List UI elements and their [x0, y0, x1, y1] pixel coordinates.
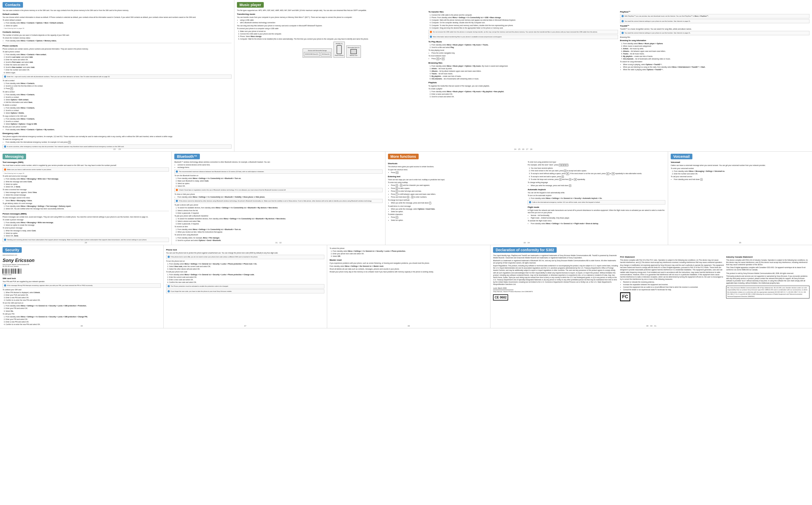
printed-in: Printed in XXXX [3, 274, 161, 276]
declaration-title: Declaration of conformity for S302 [493, 247, 557, 253]
row-3: Security www.sonyericsson.com Sony Erics… [0, 245, 812, 328]
music-page27-28: PlayNow™ i With PlayNow™ you can preview… [620, 9, 809, 98]
declaration-header: Declaration of conformity for S302 [493, 247, 809, 253]
phone-lock-panel: Phone lock You can use the phone lock to… [163, 245, 327, 328]
voicemail-header: Voicemail [671, 154, 809, 159]
page-num-33-34: 33 34 [524, 241, 530, 244]
bluetooth-header: Bluetooth™ [174, 154, 382, 159]
security-header: Security [3, 247, 161, 253]
sim-lock-panel: Security www.sonyericsson.com Sony Erics… [0, 245, 163, 328]
more-functions-content: Shortcuts The shortcut menu gives you qu… [388, 161, 666, 225]
diagram-area: Devices with Removable Storage DVD/CD-RW… [237, 42, 426, 58]
ce-mark: CE 0682 [493, 294, 508, 301]
sim-lock-content: www.sonyericsson.com Sony Ericsson Sony … [3, 254, 161, 326]
phone-lock-content: Phone lock You can use the phone lock to… [166, 248, 324, 293]
more-functions-panel: More functions Shortcuts The shortcut me… [385, 152, 668, 245]
messaging-panel: Messaging Text messages (SMS) You must h… [0, 152, 172, 245]
default-contacts-heading: Default contacts [3, 13, 232, 16]
page-num-24-28: 24 25 26 27 28 [514, 148, 532, 150]
phone-diagram: PHONE (F:) Phone memory [334, 42, 345, 58]
device-diagram: Devices with Removable Storage DVD/CD-RW… [303, 48, 332, 58]
more-functions-title: More functions [388, 154, 419, 159]
messaging-content: Text messages (SMS) You must have a serv… [3, 161, 169, 242]
warning-box: ! Do not remove the USB cable from the p… [428, 30, 618, 34]
sony-ericsson-logo-area: Sony Ericsson Sony Ericsson Mobile Commu… [3, 258, 161, 268]
security-title: Security [3, 247, 22, 253]
voicemail-panel: Voicemail Voicemail Callers can leave a … [668, 152, 812, 245]
page-num-29: 29 [85, 241, 87, 244]
music-player-panel: Music player The file types supported ar… [234, 0, 812, 151]
barcode-area: Printed in XXXX [3, 269, 161, 276]
contacts-header: Contacts [3, 2, 232, 8]
master-reset-panel: To unlock the phone From standby select … [327, 245, 491, 328]
page-num-37: 37 [244, 325, 246, 327]
music-page24: The file types supported are: MP3, MP4, … [237, 9, 426, 98]
contacts-panel: Contacts You can save contacts in the ph… [0, 0, 234, 151]
emergency-calls-heading: Emergency calls [3, 132, 232, 135]
more-functions-header: More functions [388, 154, 666, 159]
row-1: Contacts You can save contacts in the ph… [0, 0, 812, 152]
bluetooth-content: Bluetooth™ wireless technology allows wi… [174, 161, 382, 241]
info-box: i More information about transferring fi… [428, 35, 618, 39]
music-title: Music player [237, 2, 264, 8]
sony-logo: Sony Ericsson [3, 258, 161, 264]
memory-card-diagram: Removable Disk (G:) Memory card [346, 45, 361, 58]
declaration-content-row: The Liquid Identity logo, PlayNow and Tr… [493, 254, 809, 302]
note-box-1: i Enter the + sign and country code with… [3, 74, 232, 78]
master-reset-content: To unlock the phone From standby select … [330, 247, 488, 273]
fcc-logo: FC [620, 292, 630, 301]
page-container: Contacts You can save contacts in the ph… [0, 0, 812, 328]
phone-contacts-heading: Phone contacts [3, 44, 232, 47]
page-num-36: 36 [81, 325, 83, 327]
contacts-content: You can save contacts in the phone memor… [3, 9, 232, 149]
bluetooth-panel: Bluetooth™ Bluetooth™ wireless technolog… [172, 152, 385, 245]
bluetooth-title: Bluetooth™ [174, 154, 200, 159]
page-num-39-41: 39 40 41 [646, 325, 656, 327]
music-page25-26: To transfer files Connect the USB cable … [428, 9, 618, 98]
contacts-memory-heading: Contacts memory [3, 31, 232, 33]
page-num-35: 35 [739, 241, 741, 244]
row-2: Messaging Text messages (SMS) You must h… [0, 152, 812, 245]
declaration-panel: Declaration of conformity for S302 The L… [490, 245, 812, 328]
messaging-header: Messaging [3, 154, 169, 159]
page-num-22-23: 22 23 [113, 148, 121, 150]
page-num-31-32: 31 32 [275, 241, 281, 244]
voicemail-content: Voicemail Callers can leave a voicemail … [671, 161, 809, 181]
music-content-row: The file types supported are: MP3, MP4, … [237, 9, 809, 98]
page-num-38: 38 [408, 325, 410, 327]
voicemail-title: Voicemail [671, 154, 692, 159]
messaging-title: Messaging [3, 154, 26, 159]
declaration-box: We, Sony Ericsson Mobile Communications … [726, 286, 809, 299]
signature-area: Lund, March 2008 Shoji Nemoto, Head of P… [493, 287, 618, 293]
music-header: Music player [237, 2, 809, 8]
contacts-title: Contacts [3, 2, 23, 8]
